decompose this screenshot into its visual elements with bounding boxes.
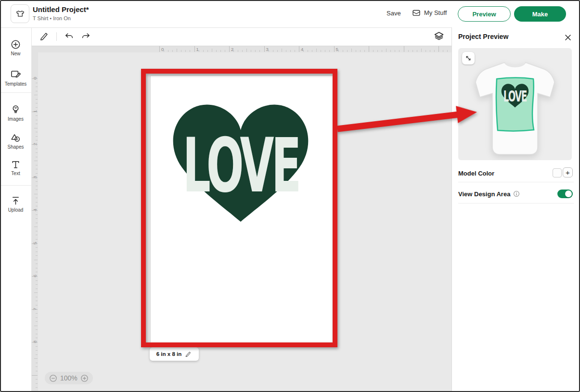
layers-icon — [433, 31, 445, 42]
project-preview-panel: Project Preview Model Color — [451, 27, 580, 392]
design-size-label: 6 in x 8 in — [156, 351, 181, 357]
serif-t-icon — [10, 159, 21, 170]
triangle-circle-icon — [10, 133, 21, 143]
expand-icon — [464, 54, 473, 63]
sidebar-item-shapes[interactable]: Shapes — [0, 133, 31, 150]
circle-minus-icon — [49, 374, 57, 382]
sidebar-item-label: Shapes — [0, 144, 31, 150]
canvas-toolbar — [31, 27, 451, 46]
sidebar-item-label: Templates — [0, 81, 31, 87]
close-icon — [565, 34, 571, 41]
project-title: Untitled Project* — [33, 5, 89, 13]
toolbar-separator — [56, 32, 57, 41]
layers-button[interactable] — [433, 30, 445, 43]
sidebar-item-label: New — [0, 51, 31, 56]
v-ruler: 012345678 — [31, 52, 38, 392]
cricut-design-space-window: LOVE Untitled Project* T Shirt • Iron On… — [0, 0, 580, 392]
tshirt-mockup — [458, 48, 572, 160]
love-heart-design[interactable] — [164, 94, 317, 228]
preview-button[interactable]: Preview — [458, 6, 511, 22]
sidebar-divider — [0, 185, 31, 186]
my-stuff-label: My Stuff — [424, 9, 447, 16]
design-size-chip[interactable]: 6 in x 8 in — [150, 347, 199, 361]
zoom-control: 100% — [45, 372, 93, 384]
undo-icon — [64, 32, 75, 41]
expand-preview-button[interactable] — [462, 52, 475, 64]
redo-icon — [80, 32, 91, 41]
sidebar-item-text[interactable]: Text — [0, 159, 31, 176]
design-canvas[interactable]: 6 in x 8 in 100% — [38, 52, 451, 392]
zoom-level: 100% — [60, 374, 77, 382]
circle-plus-icon — [80, 374, 89, 382]
model-color-swatch[interactable] — [553, 168, 562, 177]
project-type-button[interactable] — [11, 4, 29, 23]
canvas-region: 012345 012345678 6 in x 8 in — [31, 27, 451, 392]
add-color-button[interactable]: + — [563, 167, 573, 177]
info-icon[interactable] — [513, 190, 520, 197]
zoom-in-button[interactable] — [80, 374, 89, 382]
mail-box-icon — [412, 8, 421, 17]
toggle-knob — [565, 190, 572, 197]
sidebar: New Templates Images Shapes — [0, 27, 32, 392]
view-design-area-label: View Design Area — [458, 190, 510, 198]
save-button[interactable]: Save — [387, 10, 401, 17]
project-subtitle: T Shirt • Iron On — [33, 15, 71, 21]
sidebar-item-upload[interactable]: Upload — [0, 195, 31, 213]
undo-button[interactable] — [63, 30, 76, 43]
model-color-row: Model Color + — [458, 166, 574, 180]
tshirt-icon — [14, 8, 26, 20]
sidebar-item-templates[interactable]: Templates — [0, 69, 31, 87]
sidebar-item-new[interactable]: New — [0, 39, 31, 56]
close-panel-button[interactable] — [564, 33, 572, 42]
sidebar-item-label: Upload — [0, 207, 31, 213]
template-pencil-icon — [10, 69, 22, 80]
zoom-out-button[interactable] — [49, 374, 57, 382]
upload-arrow-icon — [10, 195, 21, 206]
pencil-icon — [39, 31, 50, 42]
tshirt-preview — [458, 48, 572, 160]
lightbulb-icon — [10, 104, 21, 115]
circle-plus-icon — [10, 39, 21, 50]
h-ruler: 012345 — [38, 46, 451, 52]
redo-button[interactable] — [79, 30, 92, 43]
panel-divider — [458, 203, 574, 203]
edit-button[interactable] — [38, 30, 51, 43]
header: Untitled Project* T Shirt • Iron On Save… — [0, 0, 580, 28]
ruler-corner — [31, 46, 38, 52]
pencil-icon — [185, 351, 192, 358]
my-stuff-button[interactable]: My Stuff — [412, 8, 447, 17]
panel-divider — [458, 182, 574, 182]
view-design-area-row: View Design Area — [458, 187, 574, 201]
view-design-area-toggle[interactable] — [557, 190, 573, 198]
sidebar-item-images[interactable]: Images — [0, 104, 31, 122]
artboard-page[interactable] — [151, 76, 334, 342]
sidebar-item-label: Images — [0, 116, 31, 122]
panel-title: Project Preview — [458, 33, 508, 40]
sidebar-item-label: Text — [0, 171, 31, 176]
make-button[interactable]: Make — [514, 6, 566, 22]
model-color-label: Model Color — [458, 170, 494, 177]
sidebar-divider — [0, 92, 31, 93]
